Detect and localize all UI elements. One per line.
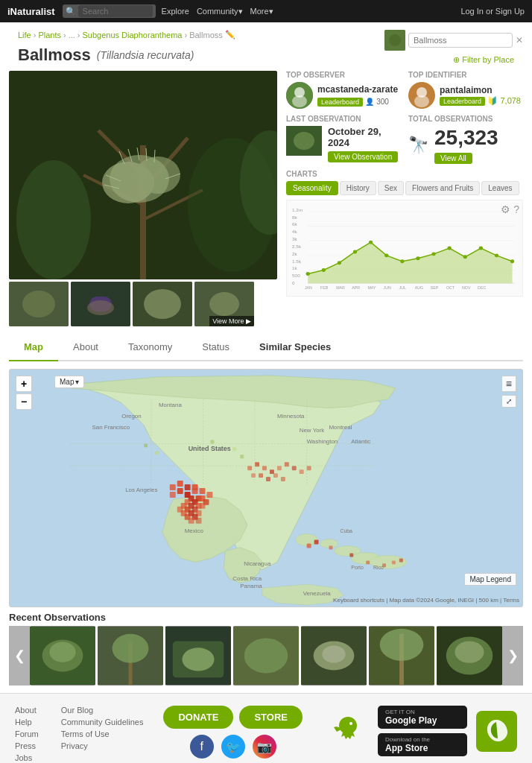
- svg-text:Cuba: Cuba: [340, 528, 352, 534]
- observer-leaderboard-badge[interactable]: Leaderboard: [317, 98, 363, 107]
- facebook-icon[interactable]: f: [190, 735, 214, 759]
- svg-rect-125: [292, 466, 297, 470]
- community-nav-link[interactable]: Community▾: [197, 7, 243, 16]
- breadcrumb-subgenus[interactable]: Subgenus Diaphoranthema: [83, 31, 183, 39]
- obs-photo-7[interactable]: [437, 626, 502, 686]
- view-more-button[interactable]: View More ▶: [209, 316, 254, 326]
- app-store-badge[interactable]: Download on the App Store: [378, 733, 467, 756]
- breadcrumb: Life › Plants › ... › Subgenus Diaphoran…: [9, 25, 244, 44]
- last-obs-thumb: [286, 126, 322, 156]
- map-zoom-in-button[interactable]: +: [16, 376, 32, 392]
- explore-nav-link[interactable]: Explore: [162, 7, 189, 16]
- header-nav: Explore Community▾ More▾: [162, 7, 273, 16]
- stats-section: TOP OBSERVER mcastaneda-zarate Leaderboa…: [286, 71, 523, 326]
- svg-rect-135: [329, 546, 332, 550]
- footer-main: About Help Forum Press Jobs Our Blog Com…: [15, 706, 517, 762]
- site-logo[interactable]: iNaturalist: [7, 6, 55, 17]
- more-nav-link[interactable]: More▾: [250, 7, 273, 16]
- chart-tab-leaves[interactable]: Leaves: [481, 181, 519, 195]
- footer-link-jobs[interactable]: Jobs: [15, 753, 39, 762]
- footer-links: About Help Forum Press Jobs Our Blog Com…: [15, 706, 143, 762]
- svg-text:1k: 1k: [292, 266, 298, 271]
- map-container: United States San Francisco New York Was…: [9, 369, 523, 607]
- tab-about[interactable]: About: [58, 334, 113, 361]
- chart-tab-seasonality[interactable]: Seasonality: [286, 181, 338, 195]
- footer-link-privacy[interactable]: Privacy: [61, 741, 144, 750]
- svg-text:JAN: JAN: [305, 285, 312, 290]
- svg-rect-139: [392, 560, 396, 564]
- page-title: Ballmoss (Tillandsia recurvata): [9, 44, 244, 71]
- observer-count: 👤 300: [365, 98, 388, 106]
- map-legend-button[interactable]: Map Legend: [464, 573, 516, 586]
- twitter-icon[interactable]: 🐦: [221, 735, 245, 759]
- observer-name[interactable]: mcastaneda-zarate: [317, 84, 398, 95]
- tab-map[interactable]: Map: [9, 334, 58, 361]
- slider-prev-button[interactable]: ❮: [9, 626, 30, 686]
- footer-link-blog[interactable]: Our Blog: [61, 706, 144, 715]
- footer: About Help Forum Press Jobs Our Blog Com…: [0, 693, 532, 763]
- chart-tab-history[interactable]: History: [340, 181, 376, 195]
- thumb-3[interactable]: [133, 282, 192, 326]
- footer-link-forum[interactable]: Forum: [15, 729, 39, 738]
- header: iNaturalist 🔍 Explore Community▾ More▾ L…: [0, 0, 532, 22]
- svg-rect-141: [144, 443, 148, 447]
- obs-photo-5[interactable]: [301, 626, 367, 686]
- thumb-2[interactable]: [71, 282, 130, 326]
- slider-next-button[interactable]: ❯: [502, 626, 523, 686]
- map-list-button[interactable]: ≡: [501, 376, 516, 392]
- view-all-button[interactable]: View All: [434, 153, 472, 164]
- footer-link-about[interactable]: About: [15, 706, 39, 715]
- google-play-badge[interactable]: GET IT ON Google Play: [378, 706, 467, 729]
- view-observation-button[interactable]: View Observation: [328, 151, 398, 162]
- svg-text:Washington: Washington: [307, 438, 338, 445]
- header-search-input[interactable]: [78, 5, 153, 17]
- chart-settings-icon[interactable]: ⚙: [501, 203, 510, 215]
- breadcrumb-life[interactable]: Life: [18, 31, 31, 39]
- thumb-1[interactable]: [9, 282, 69, 326]
- tab-taxonomy[interactable]: Taxonomy: [113, 334, 187, 361]
- identifier-leaderboard-badge[interactable]: Leaderboard: [440, 97, 485, 106]
- login-link[interactable]: Log In or Sign Up: [460, 7, 525, 16]
- filter-by-place[interactable]: ⊕ Filter by Place: [444, 54, 523, 69]
- tabs-nav: Map About Taxonomy Status Similar Specie…: [9, 334, 523, 361]
- breadcrumb-plants[interactable]: Plants: [38, 31, 61, 39]
- obs-photo-4[interactable]: [233, 626, 299, 686]
- obs-photo-2[interactable]: [98, 626, 163, 686]
- footer-right: GET IT ON Google Play Download on the Ap…: [328, 706, 517, 756]
- map-expand-button[interactable]: ⤢: [501, 395, 516, 408]
- footer-action-buttons: DONATE STORE: [163, 706, 303, 729]
- identifier-name[interactable]: pantalaimon: [440, 85, 521, 95]
- svg-point-70: [510, 259, 514, 263]
- svg-point-67: [463, 255, 467, 259]
- svg-rect-137: [366, 560, 370, 564]
- obs-photo-6[interactable]: [369, 626, 434, 686]
- recent-obs-slider: ❮: [9, 626, 523, 686]
- instagram-icon[interactable]: 📷: [253, 735, 276, 759]
- svg-point-175: [113, 634, 149, 663]
- store-button[interactable]: STORE: [239, 706, 303, 729]
- svg-rect-127: [307, 466, 311, 470]
- thumb-4[interactable]: View More ▶: [194, 282, 254, 326]
- tab-status[interactable]: Status: [187, 334, 244, 361]
- footer-link-terms[interactable]: Terms of Use: [61, 729, 144, 738]
- footer-center: DONATE STORE f 🐦 📷: [163, 706, 303, 759]
- chart-tab-flowers[interactable]: Flowers and Fruits: [405, 181, 480, 195]
- tab-similar-species[interactable]: Similar Species: [244, 334, 346, 361]
- map-type-selector[interactable]: Map▾: [54, 376, 84, 388]
- footer-link-community-guidelines[interactable]: Community Guidelines: [61, 718, 144, 726]
- svg-point-69: [495, 253, 498, 257]
- svg-point-11: [110, 155, 169, 203]
- svg-rect-144: [232, 447, 236, 451]
- obs-photo-1[interactable]: [30, 626, 95, 686]
- chart-tab-sex[interactable]: Sex: [378, 181, 404, 195]
- svg-rect-129: [259, 473, 263, 478]
- obs-photo-3[interactable]: [165, 626, 231, 686]
- footer-link-help[interactable]: Help: [15, 718, 39, 726]
- inaturalist-app-icon: [476, 711, 517, 752]
- svg-text:Porto: Porto: [351, 565, 364, 570]
- species-search-input[interactable]: [408, 33, 513, 48]
- donate-button[interactable]: DONATE: [163, 706, 233, 729]
- map-zoom-out-button[interactable]: −: [16, 393, 32, 410]
- chart-help-icon[interactable]: ?: [513, 203, 519, 215]
- footer-link-press[interactable]: Press: [15, 741, 39, 750]
